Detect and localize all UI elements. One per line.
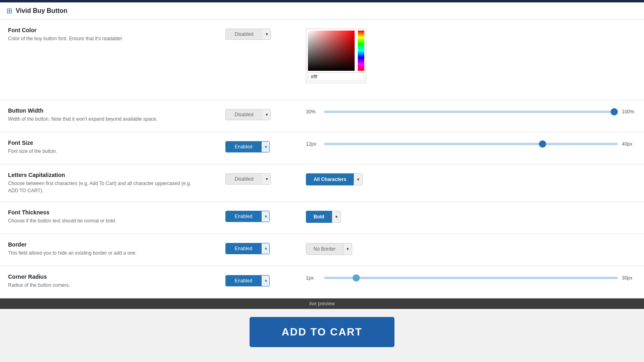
border-no-border-btn[interactable]: No Border bbox=[306, 243, 343, 255]
font-thickness-desc: Choose if the button text should be norm… bbox=[8, 217, 201, 224]
border-label-area: Border This field allows you to hide an … bbox=[8, 241, 225, 257]
font-size-slider[interactable] bbox=[324, 143, 618, 145]
corner-radius-control: 1px 30px bbox=[306, 274, 636, 281]
font-color-toggle[interactable]: Disabled ▾ bbox=[225, 29, 271, 40]
button-width-row: Button Width Width of the button. Note t… bbox=[0, 100, 644, 132]
corner-radius-toggle[interactable]: Enabled ▾ bbox=[225, 275, 270, 286]
letters-cap-toggle-group: Disabled ▾ bbox=[225, 172, 306, 185]
font-color-control bbox=[306, 27, 636, 83]
font-size-label-area: Font Size Font size of the button. bbox=[8, 140, 225, 155]
border-desc: This field allows you to hide an existin… bbox=[8, 249, 201, 257]
color-spectrum[interactable] bbox=[358, 31, 365, 71]
font-size-toggle[interactable]: Enabled ▾ bbox=[225, 141, 270, 152]
border-option-group: No Border ▾ bbox=[306, 243, 352, 255]
border-toggle[interactable]: Enabled ▾ bbox=[225, 243, 270, 254]
letters-cap-disabled-btn[interactable]: Disabled bbox=[226, 174, 262, 184]
font-size-toggle-arrow[interactable]: ▾ bbox=[261, 142, 269, 152]
letters-cap-all-chars-btn[interactable]: All Characters bbox=[306, 173, 354, 185]
preview-area: ADD TO CART bbox=[0, 309, 644, 355]
font-size-enabled-btn[interactable]: Enabled bbox=[226, 142, 261, 152]
color-picker-container bbox=[306, 29, 366, 83]
font-thickness-enabled-btn[interactable]: Enabled bbox=[226, 211, 261, 222]
header: ⊞ Vivid Buy Button bbox=[0, 2, 644, 20]
color-picker-inner bbox=[308, 31, 364, 71]
font-thickness-control: Bold ▾ bbox=[306, 209, 636, 223]
corner-radius-slider-container: 1px 30px bbox=[306, 275, 636, 281]
color-gradient[interactable] bbox=[308, 31, 355, 71]
button-width-slider[interactable] bbox=[324, 111, 618, 113]
gradient-inner bbox=[308, 31, 355, 71]
button-width-desc: Width of the button. Note that it won't … bbox=[8, 115, 201, 123]
font-thickness-toggle-group: Enabled ▾ bbox=[225, 209, 306, 222]
font-thickness-label-area: Font Thickness Choose if the button text… bbox=[8, 209, 225, 224]
gradient-dark bbox=[308, 31, 355, 71]
font-color-desc: Color of the buy button font. Ensure tha… bbox=[8, 35, 201, 42]
corner-radius-toggle-arrow[interactable]: ▾ bbox=[261, 276, 269, 286]
button-width-disabled-btn[interactable]: Disabled bbox=[226, 109, 262, 120]
button-width-label-area: Button Width Width of the button. Note t… bbox=[8, 107, 225, 123]
live-preview-bar: live preview bbox=[0, 298, 644, 309]
button-width-toggle[interactable]: Disabled ▾ bbox=[225, 109, 271, 120]
letters-cap-option-arrow[interactable]: ▾ bbox=[354, 173, 363, 185]
font-thickness-row: Font Thickness Choose if the button text… bbox=[0, 202, 644, 234]
button-width-max: 100% bbox=[622, 109, 636, 115]
font-size-control: 12px 40px bbox=[306, 140, 636, 147]
corner-radius-label-area: Corner Radius Radius of the button corne… bbox=[8, 274, 225, 289]
letters-cap-toggle-arrow[interactable]: ▾ bbox=[262, 174, 270, 184]
border-option-arrow[interactable]: ▾ bbox=[343, 243, 352, 255]
font-thickness-toggle[interactable]: Enabled ▾ bbox=[225, 211, 270, 222]
font-thickness-option-arrow[interactable]: ▾ bbox=[332, 211, 341, 223]
corner-radius-max: 30px bbox=[622, 275, 636, 281]
corner-radius-row: Corner Radius Radius of the button corne… bbox=[0, 266, 644, 298]
font-color-row: Font Color Color of the buy button font.… bbox=[0, 20, 644, 100]
letters-cap-option-group: All Characters ▾ bbox=[306, 173, 363, 185]
button-width-control: 30% 100% bbox=[306, 107, 636, 115]
corner-radius-label: Corner Radius bbox=[8, 274, 225, 280]
corner-radius-slider[interactable] bbox=[324, 277, 618, 279]
font-color-toggle-group: Disabled ▾ bbox=[225, 27, 306, 40]
letters-cap-desc: Choose between first characters (e.g. Ad… bbox=[8, 180, 201, 194]
font-size-desc: Font size of the button. bbox=[8, 148, 201, 155]
letters-cap-control: All Characters ▾ bbox=[306, 172, 636, 185]
color-picker-box bbox=[306, 29, 366, 83]
font-color-label: Font Color bbox=[8, 27, 225, 33]
border-toggle-arrow[interactable]: ▾ bbox=[261, 243, 269, 254]
font-size-slider-container: 12px 40px bbox=[306, 141, 636, 147]
border-toggle-group: Enabled ▾ bbox=[225, 241, 306, 254]
font-thickness-label: Font Thickness bbox=[8, 209, 225, 216]
corner-radius-desc: Radius of the button corners. bbox=[8, 282, 201, 289]
app-icon: ⊞ bbox=[6, 6, 12, 15]
app-title: Vivid Buy Button bbox=[16, 7, 68, 14]
font-thickness-option-group: Bold ▾ bbox=[306, 211, 341, 223]
live-preview-label: live preview bbox=[310, 301, 335, 306]
font-size-max: 40px bbox=[622, 141, 636, 147]
font-color-toggle-arrow[interactable]: ▾ bbox=[262, 29, 270, 39]
letters-cap-row: Letters Capitalization Choose between fi… bbox=[0, 165, 644, 202]
font-size-label: Font Size bbox=[8, 140, 225, 146]
corner-radius-enabled-btn[interactable]: Enabled bbox=[226, 276, 261, 286]
button-width-toggle-group: Disabled ▾ bbox=[225, 107, 306, 120]
font-color-label-area: Font Color Color of the buy button font.… bbox=[8, 27, 225, 42]
button-width-label: Button Width bbox=[8, 107, 225, 114]
add-to-cart-preview-button[interactable]: ADD TO CART bbox=[250, 317, 395, 347]
button-width-min: 30% bbox=[306, 109, 320, 115]
border-control: No Border ▾ bbox=[306, 241, 636, 255]
color-input[interactable] bbox=[308, 72, 364, 81]
button-width-slider-container: 30% 100% bbox=[306, 109, 636, 115]
font-size-row: Font Size Font size of the button. Enabl… bbox=[0, 132, 644, 165]
letters-cap-label: Letters Capitalization bbox=[8, 172, 225, 178]
button-width-toggle-arrow[interactable]: ▾ bbox=[262, 109, 270, 120]
font-color-disabled-btn[interactable]: Disabled bbox=[226, 29, 262, 39]
font-thickness-bold-btn[interactable]: Bold bbox=[306, 211, 332, 223]
settings-content: Font Color Color of the buy button font.… bbox=[0, 20, 644, 298]
corner-radius-toggle-group: Enabled ▾ bbox=[225, 274, 306, 286]
font-size-min: 12px bbox=[306, 141, 320, 147]
letters-cap-toggle[interactable]: Disabled ▾ bbox=[225, 173, 271, 185]
font-size-toggle-group: Enabled ▾ bbox=[225, 140, 306, 152]
font-thickness-toggle-arrow[interactable]: ▾ bbox=[261, 211, 269, 222]
border-row: Border This field allows you to hide an … bbox=[0, 234, 644, 266]
letters-cap-label-area: Letters Capitalization Choose between fi… bbox=[8, 172, 225, 194]
border-enabled-btn[interactable]: Enabled bbox=[226, 243, 261, 254]
corner-radius-min: 1px bbox=[306, 275, 320, 281]
border-label: Border bbox=[8, 241, 225, 248]
